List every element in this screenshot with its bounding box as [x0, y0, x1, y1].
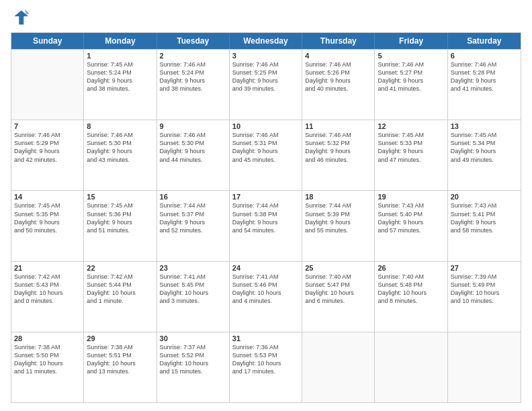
- day-number: 27: [451, 264, 518, 272]
- cell-info-line: Daylight: 9 hours: [451, 147, 518, 155]
- cell-info-line: Sunrise: 7:38 AM: [14, 343, 81, 351]
- cell-info-line: Sunrise: 7:41 AM: [160, 273, 226, 281]
- calendar-body: 1Sunrise: 7:45 AMSunset: 5:24 PMDaylight…: [11, 49, 521, 402]
- cell-info-line: Daylight: 9 hours: [378, 147, 444, 155]
- cell-info-line: Daylight: 9 hours: [232, 77, 299, 85]
- cell-info-line: Daylight: 10 hours: [160, 289, 226, 297]
- cell-info-line: Sunset: 5:49 PM: [451, 281, 518, 289]
- cell-info-line: Sunrise: 7:45 AM: [451, 131, 518, 139]
- calendar-cell: [11, 50, 84, 120]
- cell-info-line: Sunrise: 7:45 AM: [14, 201, 81, 210]
- cell-info-line: Sunset: 5:30 PM: [87, 139, 153, 147]
- cell-info-line: Sunset: 5:50 PM: [14, 351, 81, 359]
- cell-info-line: and 45 minutes.: [232, 156, 299, 164]
- cell-info-line: Sunset: 5:53 PM: [232, 351, 299, 359]
- day-number: 22: [87, 264, 153, 272]
- day-number: 26: [378, 264, 444, 272]
- day-number: 24: [232, 264, 299, 272]
- day-number: 11: [305, 122, 371, 130]
- calendar-cell: [302, 332, 375, 402]
- calendar-cell: 10Sunrise: 7:46 AMSunset: 5:31 PMDayligh…: [230, 120, 302, 190]
- day-number: 10: [232, 122, 299, 130]
- cell-info-line: Sunset: 5:44 PM: [87, 281, 153, 289]
- cell-info-line: Daylight: 10 hours: [451, 289, 518, 297]
- cell-info-line: Sunrise: 7:44 AM: [160, 201, 226, 210]
- calendar-cell: 29Sunrise: 7:38 AMSunset: 5:51 PMDayligh…: [84, 332, 157, 402]
- cell-info-line: Daylight: 9 hours: [232, 218, 299, 226]
- cell-info-line: Sunset: 5:29 PM: [14, 139, 81, 147]
- day-number: 6: [451, 52, 518, 60]
- cell-info-line: Daylight: 9 hours: [87, 218, 153, 226]
- cell-info-line: and 54 minutes.: [232, 226, 299, 234]
- cell-info-line: Sunset: 5:35 PM: [14, 210, 81, 218]
- cell-info-line: Sunrise: 7:36 AM: [232, 343, 299, 351]
- weekday-header: Tuesday: [157, 33, 230, 49]
- weekday-header: Monday: [84, 33, 157, 49]
- cell-info-line: Sunset: 5:47 PM: [305, 281, 371, 289]
- cell-info-line: Sunset: 5:26 PM: [305, 68, 371, 77]
- cell-info-line: and 49 minutes.: [451, 156, 518, 164]
- calendar-cell: 21Sunrise: 7:42 AMSunset: 5:43 PMDayligh…: [11, 262, 84, 332]
- cell-info-line: Sunrise: 7:46 AM: [160, 60, 226, 68]
- cell-info-line: Sunrise: 7:41 AM: [232, 273, 299, 281]
- cell-info-line: and 41 minutes.: [451, 85, 518, 93]
- calendar-cell: 4Sunrise: 7:46 AMSunset: 5:26 PMDaylight…: [302, 50, 375, 120]
- calendar-cell: 20Sunrise: 7:43 AMSunset: 5:41 PMDayligh…: [448, 191, 521, 261]
- day-number: 17: [232, 193, 299, 201]
- calendar-cell: 25Sunrise: 7:40 AMSunset: 5:47 PMDayligh…: [302, 262, 375, 332]
- calendar-cell: 17Sunrise: 7:44 AMSunset: 5:38 PMDayligh…: [230, 191, 302, 261]
- day-number: 12: [378, 122, 444, 130]
- cell-info-line: and 0 minutes.: [14, 297, 81, 305]
- cell-info-line: Sunset: 5:34 PM: [451, 139, 518, 147]
- calendar-cell: 7Sunrise: 7:46 AMSunset: 5:29 PMDaylight…: [11, 120, 84, 190]
- cell-info-line: Sunset: 5:32 PM: [305, 139, 371, 147]
- cell-info-line: and 39 minutes.: [232, 85, 299, 93]
- cell-info-line: Daylight: 9 hours: [378, 218, 444, 226]
- calendar-cell: 13Sunrise: 7:45 AMSunset: 5:34 PMDayligh…: [448, 120, 521, 190]
- cell-info-line: Sunset: 5:30 PM: [160, 139, 226, 147]
- cell-info-line: and 3 minutes.: [160, 297, 226, 305]
- calendar-cell: 24Sunrise: 7:41 AMSunset: 5:46 PMDayligh…: [230, 262, 302, 332]
- calendar-row: 28Sunrise: 7:38 AMSunset: 5:50 PMDayligh…: [11, 332, 521, 402]
- cell-info-line: Sunrise: 7:46 AM: [451, 60, 518, 68]
- cell-info-line: Sunrise: 7:39 AM: [451, 273, 518, 281]
- day-number: 3: [232, 52, 299, 60]
- cell-info-line: Daylight: 9 hours: [305, 218, 371, 226]
- svg-marker-1: [25, 9, 30, 14]
- cell-info-line: Daylight: 9 hours: [160, 218, 226, 226]
- calendar-cell: 18Sunrise: 7:44 AMSunset: 5:39 PMDayligh…: [302, 191, 375, 261]
- cell-info-line: and 42 minutes.: [14, 156, 81, 164]
- cell-info-line: Daylight: 9 hours: [451, 77, 518, 85]
- cell-info-line: and 10 minutes.: [451, 297, 518, 305]
- cell-info-line: Daylight: 9 hours: [87, 77, 153, 85]
- calendar-cell: 1Sunrise: 7:45 AMSunset: 5:24 PMDaylight…: [84, 50, 157, 120]
- cell-info-line: Daylight: 9 hours: [378, 77, 444, 85]
- cell-info-line: Daylight: 10 hours: [378, 289, 444, 297]
- cell-info-line: and 40 minutes.: [305, 85, 371, 93]
- cell-info-line: Sunset: 5:46 PM: [232, 281, 299, 289]
- cell-info-line: Sunset: 5:43 PM: [14, 281, 81, 289]
- day-number: 19: [378, 193, 444, 201]
- cell-info-line: Sunrise: 7:46 AM: [305, 60, 371, 68]
- calendar: SundayMondayTuesdayWednesdayThursdayFrid…: [11, 32, 521, 403]
- day-number: 15: [87, 193, 153, 201]
- weekday-header: Wednesday: [230, 33, 302, 49]
- cell-info-line: Daylight: 9 hours: [232, 147, 299, 155]
- cell-info-line: Sunset: 5:33 PM: [378, 139, 444, 147]
- cell-info-line: Daylight: 10 hours: [232, 289, 299, 297]
- day-number: 31: [232, 334, 299, 342]
- weekday-header: Sunday: [11, 33, 84, 49]
- cell-info-line: Sunrise: 7:42 AM: [14, 273, 81, 281]
- day-number: 20: [451, 193, 518, 201]
- calendar-cell: 15Sunrise: 7:45 AMSunset: 5:36 PMDayligh…: [84, 191, 157, 261]
- calendar-row: 21Sunrise: 7:42 AMSunset: 5:43 PMDayligh…: [11, 261, 521, 332]
- day-number: 1: [87, 52, 153, 60]
- cell-info-line: Sunrise: 7:40 AM: [378, 273, 444, 281]
- calendar-cell: [448, 332, 521, 402]
- weekday-header: Friday: [375, 33, 447, 49]
- logo-icon: [11, 8, 30, 27]
- cell-info-line: Sunset: 5:36 PM: [87, 210, 153, 218]
- day-number: 14: [14, 193, 81, 201]
- cell-info-line: and 50 minutes.: [14, 226, 81, 234]
- calendar-cell: 3Sunrise: 7:46 AMSunset: 5:25 PMDaylight…: [230, 50, 302, 120]
